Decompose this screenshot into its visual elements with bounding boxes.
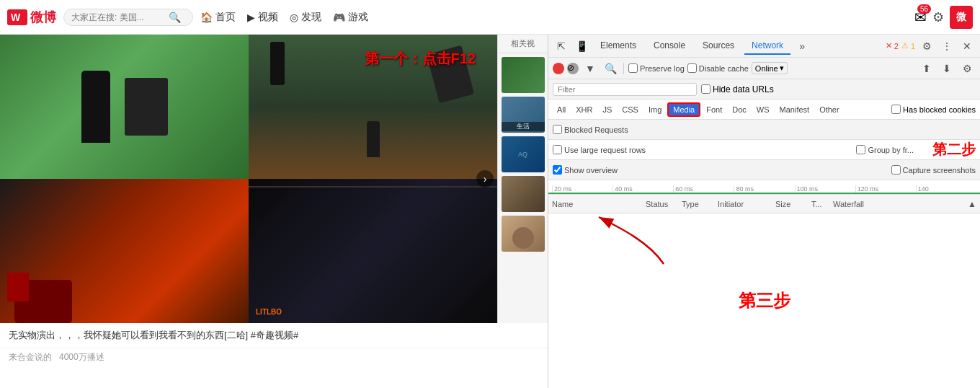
options-row: Blocked Requests	[548, 120, 980, 140]
svg-text:W: W	[11, 12, 21, 23]
video-main[interactable]: LITLBO 第一个：点击F12 ›	[0, 35, 497, 323]
tab-console[interactable]: Console	[646, 38, 692, 55]
type-btn-media[interactable]: Media	[667, 102, 700, 117]
preserve-log-checkbox[interactable]: Preserve log	[628, 63, 685, 73]
tab-elements[interactable]: Elements	[593, 38, 643, 55]
search-icon[interactable]: 🔍	[169, 12, 181, 23]
capture-screenshots-label: Capture screenshots	[903, 166, 976, 175]
devtools-topbar: ⇱ 📱 Elements Console Sources Network » ✕…	[548, 35, 980, 58]
video-next-btn[interactable]: ›	[476, 170, 494, 188]
capture-screenshots-input[interactable]	[891, 165, 901, 175]
has-blocked-cookies-input[interactable]	[891, 105, 901, 114]
more-tabs-icon[interactable]: »	[793, 38, 811, 55]
nav-bar: W 微博 🔍 🏠 首页 ▶ 视频 ◎ 发现 🎮	[0, 0, 980, 35]
throttle-arrow: ▾	[780, 63, 784, 73]
devtools-device-icon[interactable]: 📱	[573, 38, 590, 55]
video-icon: ▶	[247, 12, 255, 23]
search-bar[interactable]: 🔍	[63, 9, 193, 26]
type-btn-font[interactable]: Font	[702, 104, 726, 115]
throttle-dropdown[interactable]: Online ▾	[752, 62, 788, 74]
blocked-requests-input[interactable]	[553, 125, 562, 134]
group-by-frame-right: Group by fr... 第二步	[856, 140, 976, 159]
preserve-log-input[interactable]	[628, 63, 638, 73]
group-by-frame-label: Group by fr...	[868, 146, 914, 154]
record-btn[interactable]	[553, 63, 564, 74]
logo: W 微博	[7, 9, 56, 26]
step2-annotation: 第二步	[932, 141, 976, 157]
disable-cache-input[interactable]	[687, 63, 697, 73]
clear-btn[interactable]: ⊘	[567, 63, 579, 74]
nav-items: 🏠 首页 ▶ 视频 ◎ 发现 🎮 游戏	[200, 11, 368, 24]
options-row-2: Use large request rows Group by fr... 第二…	[548, 140, 980, 160]
type-btn-ws[interactable]: WS	[752, 104, 774, 115]
has-blocked-cookies-cb[interactable]: Has blocked cookies	[891, 105, 976, 114]
type-btn-all[interactable]: All	[553, 104, 570, 115]
search-icon[interactable]: 🔍	[602, 60, 619, 77]
settings-icon[interactable]: ⚙	[932, 9, 944, 25]
thumb-2[interactable]: 生活	[502, 97, 545, 133]
hide-data-urls-input[interactable]	[701, 84, 710, 94]
mail-count-badge: 56	[917, 4, 931, 14]
type-btn-other[interactable]: Other	[815, 104, 844, 115]
th-initiator[interactable]: Initiator	[718, 200, 775, 208]
nav-discover-label: 发现	[301, 11, 321, 24]
warning-count-label: 1	[911, 42, 915, 50]
filter-input[interactable]	[553, 83, 697, 96]
group-by-frame-input[interactable]	[856, 145, 865, 154]
toolbar-settings-icon[interactable]: ⚙	[958, 60, 976, 77]
th-type[interactable]: Type	[682, 200, 718, 208]
nav-discover[interactable]: ◎ 发现	[290, 11, 321, 24]
thumb-face[interactable]	[502, 216, 545, 252]
th-size[interactable]: Size	[775, 200, 811, 208]
home-icon: 🏠	[200, 12, 213, 23]
video-cell-bottom-right: LITLBO	[249, 179, 497, 323]
type-btn-doc[interactable]: Doc	[728, 104, 751, 115]
capture-screenshots-cb[interactable]: Capture screenshots	[891, 165, 976, 175]
games-icon: 🎮	[333, 12, 345, 23]
thumb-bird[interactable]	[502, 176, 545, 212]
timeline-green-line	[548, 193, 980, 194]
search-input[interactable]	[71, 12, 165, 22]
tab-network[interactable]: Network	[744, 38, 790, 55]
group-by-frame-cb[interactable]: Group by fr...	[856, 140, 914, 159]
type-btn-js[interactable]: JS	[598, 104, 616, 115]
nav-video[interactable]: ▶ 视频	[247, 11, 278, 24]
blocked-requests-cb[interactable]: Blocked Requests	[553, 125, 628, 134]
show-overview-cb[interactable]: Show overview	[553, 165, 618, 175]
discover-icon: ◎	[290, 12, 298, 23]
type-btn-manifest[interactable]: Manifest	[775, 104, 814, 115]
nav-games[interactable]: 🎮 游戏	[333, 11, 368, 24]
devtools-settings-icon[interactable]: ⚙	[918, 38, 935, 55]
th-time[interactable]: T...	[811, 200, 833, 208]
thumb-aq[interactable]: AQ	[502, 136, 545, 172]
type-filter-bar: All XHR JS CSS Img Media Font Doc WS Man…	[548, 100, 980, 120]
type-btn-xhr[interactable]: XHR	[571, 104, 597, 115]
th-waterfall[interactable]: Waterfall	[833, 200, 968, 208]
type-btn-css[interactable]: CSS	[618, 104, 643, 115]
large-rows-cb[interactable]: Use large request rows	[553, 145, 646, 154]
table-header: Name Status Type Initiator Size T... Wat…	[548, 195, 980, 213]
devtools-more-icon[interactable]: ⋮	[938, 38, 956, 55]
mail-badge-wrapper[interactable]: ✉ 56	[914, 9, 927, 26]
preserve-log-label: Preserve log	[640, 64, 685, 73]
post-area: 无实物演出，，，我怀疑她可以看到我看不到的东西[二哈] #奇趣视频#	[0, 323, 548, 348]
network-empty: 第三步	[548, 213, 980, 388]
filter-icon[interactable]: ▼	[582, 60, 599, 77]
type-btn-img[interactable]: Img	[644, 104, 666, 115]
th-name[interactable]: Name	[552, 200, 646, 208]
thumb-1[interactable]	[502, 57, 545, 93]
devtools-cursor-icon[interactable]: ⇱	[553, 38, 570, 55]
disable-cache-checkbox[interactable]: Disable cache	[687, 63, 749, 73]
import-icon[interactable]: ⬆	[918, 60, 935, 77]
hide-data-urls-cb[interactable]: Hide data URLs	[701, 84, 774, 94]
show-overview-input[interactable]	[553, 165, 562, 175]
th-status[interactable]: Status	[646, 200, 682, 208]
nav-home[interactable]: 🏠 首页	[200, 11, 236, 24]
nav-home-label: 首页	[215, 11, 236, 24]
logo-text: 微博	[30, 9, 56, 26]
user-avatar[interactable]: 微	[950, 6, 973, 29]
tab-sources[interactable]: Sources	[695, 38, 741, 55]
export-icon[interactable]: ⬇	[938, 60, 956, 77]
large-rows-input[interactable]	[553, 145, 562, 154]
devtools-close-icon[interactable]: ✕	[958, 38, 976, 55]
